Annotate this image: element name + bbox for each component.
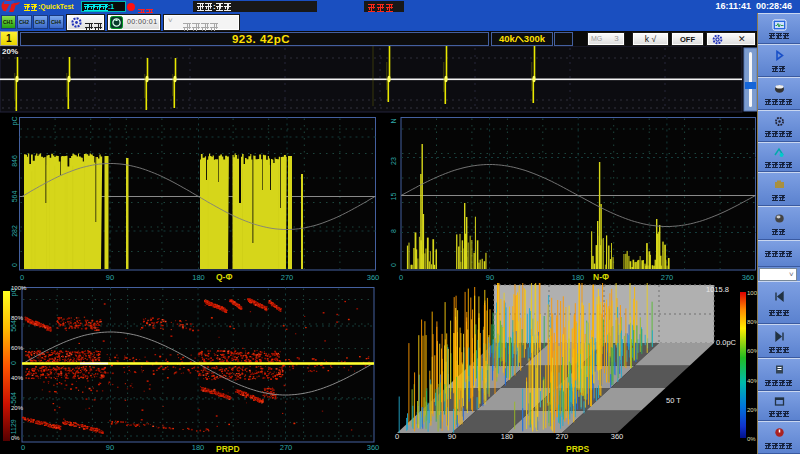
- svg-text:90: 90: [448, 432, 456, 441]
- svg-text:0: 0: [399, 273, 403, 282]
- svg-text:846: 846: [11, 155, 18, 167]
- svg-text:360: 360: [742, 273, 755, 282]
- svg-text:PRPD: PRPD: [216, 444, 240, 454]
- svg-text:0: 0: [20, 273, 24, 282]
- svg-text:180: 180: [192, 443, 205, 452]
- svg-text:564: 564: [11, 191, 18, 203]
- svg-text:1015.8: 1015.8: [706, 285, 729, 294]
- svg-text:90: 90: [106, 273, 114, 282]
- svg-text:270: 270: [661, 273, 674, 282]
- svg-text:0%: 0%: [11, 435, 20, 441]
- svg-text:N-Φ: N-Φ: [593, 272, 609, 282]
- svg-text:60%: 60%: [11, 345, 24, 351]
- svg-text:PRPS: PRPS: [566, 444, 589, 454]
- svg-text:282: 282: [11, 225, 18, 237]
- svg-text:50 T: 50 T: [666, 396, 681, 405]
- svg-text:0: 0: [395, 432, 399, 441]
- svg-text:0: 0: [11, 263, 18, 267]
- svg-text:15: 15: [390, 193, 397, 201]
- svg-text:270: 270: [281, 273, 294, 282]
- svg-text:0: 0: [390, 263, 397, 267]
- svg-text:180: 180: [572, 273, 585, 282]
- svg-text:564: 564: [10, 320, 17, 332]
- svg-text:360: 360: [367, 273, 380, 282]
- svg-text:360: 360: [611, 432, 624, 441]
- svg-text:100%: 100%: [11, 285, 27, 291]
- svg-text:360: 360: [367, 443, 380, 452]
- svg-text:pC: pC: [11, 117, 19, 126]
- svg-text:0%: 0%: [747, 436, 756, 442]
- svg-text:40%: 40%: [11, 375, 24, 381]
- svg-text:270: 270: [280, 443, 293, 452]
- svg-text:180: 180: [501, 432, 514, 441]
- svg-text:90: 90: [106, 443, 114, 452]
- svg-text:23: 23: [390, 157, 397, 165]
- svg-text:90: 90: [486, 273, 494, 282]
- svg-text:80%: 80%: [11, 315, 24, 321]
- svg-text:8: 8: [390, 229, 397, 233]
- svg-text:20%: 20%: [2, 47, 18, 56]
- svg-text:Q-Φ: Q-Φ: [216, 272, 232, 282]
- svg-text:180: 180: [192, 273, 205, 282]
- svg-text:270: 270: [556, 432, 569, 441]
- svg-text:N: N: [390, 118, 397, 123]
- svg-text:0.0pC: 0.0pC: [716, 338, 737, 347]
- svg-text:-564: -564: [10, 392, 17, 406]
- svg-text:0: 0: [21, 443, 25, 452]
- svg-text:20%: 20%: [11, 405, 24, 411]
- svg-text:0: 0: [10, 361, 17, 365]
